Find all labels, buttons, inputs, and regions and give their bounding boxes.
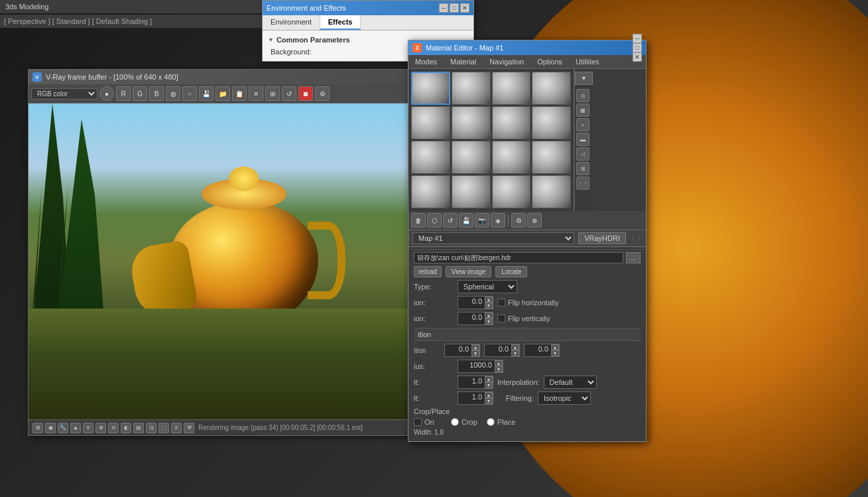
- place-radio[interactable]: [487, 418, 495, 426]
- channel-btn-b[interactable]: B: [149, 86, 164, 101]
- sphere-cell-1-2[interactable]: [492, 106, 531, 139]
- sidebar-icon-gradient[interactable]: ▦: [576, 104, 589, 117]
- fb-status-icon-8[interactable]: ◐: [121, 423, 131, 433]
- reload-btn[interactable]: reload: [414, 266, 442, 277]
- fb-stop-btn[interactable]: ⏹: [298, 86, 313, 101]
- fb-zoom-btn[interactable]: ⊞: [265, 86, 280, 101]
- sidebar-icon-checker[interactable]: ▪: [576, 118, 589, 131]
- sidebar-icon-layout[interactable]: ⊞: [576, 162, 589, 175]
- place-radio-label[interactable]: Place: [487, 418, 516, 426]
- mat-tool-pick[interactable]: ◈: [491, 213, 505, 228]
- sphere-cell-2-1[interactable]: [452, 141, 491, 174]
- mat-editor-minimize-btn[interactable]: ─: [633, 34, 642, 43]
- pos-y-down[interactable]: ▼: [511, 350, 519, 356]
- mat-tool-delete[interactable]: 🗑: [411, 213, 426, 228]
- fb-open-btn[interactable]: 📁: [216, 86, 230, 101]
- sphere-cell-3-0[interactable]: [411, 175, 450, 208]
- mat-tool-camera[interactable]: 📷: [475, 213, 489, 228]
- default1-up[interactable]: ▲: [485, 376, 493, 382]
- default1-down[interactable]: ▼: [485, 382, 493, 388]
- map-name-select[interactable]: Map #1: [412, 232, 574, 244]
- fb-status-icon-1[interactable]: ⊞: [32, 423, 43, 433]
- sphere-cell-0-3[interactable]: [532, 72, 571, 105]
- sphere-cell-1-0[interactable]: [411, 106, 450, 139]
- menu-modes[interactable]: Modes: [408, 55, 444, 68]
- channel-btn-gray[interactable]: ○: [182, 86, 197, 101]
- mat-tool-options[interactable]: ⚙: [511, 213, 526, 228]
- fb-status-icon-5[interactable]: ≡: [83, 423, 93, 433]
- fb-status-icon-12[interactable]: ⧖: [171, 423, 182, 433]
- flip-h-checkbox[interactable]: [497, 299, 505, 307]
- sidebar-icon-backlight[interactable]: ⊙: [576, 89, 589, 102]
- sidebar-icon-bg[interactable]: ▬: [576, 133, 589, 146]
- fb-status-icon-9[interactable]: ▤: [133, 423, 144, 433]
- pos-x-down[interactable]: ▼: [471, 350, 479, 356]
- radius-up[interactable]: ▲: [495, 360, 503, 366]
- sphere-cell-1-3[interactable]: [532, 106, 571, 139]
- sidebar-icon-options[interactable]: ⋮⋮: [576, 177, 589, 190]
- fb-status-icon-7[interactable]: ⊖: [108, 423, 119, 433]
- sphere-cell-2-3[interactable]: [532, 141, 571, 174]
- sphere-cell-3-2[interactable]: [492, 175, 531, 208]
- env-tab-environment[interactable]: Environment: [263, 15, 320, 30]
- mat-tool-reset[interactable]: ↺: [443, 213, 458, 228]
- fb-status-icon-4[interactable]: ▲: [70, 423, 81, 433]
- channel-btn-white[interactable]: ◍: [166, 86, 180, 101]
- sphere-cell-1-1[interactable]: [452, 106, 491, 139]
- vert-rot-down[interactable]: ▼: [485, 319, 493, 324]
- mat-editor-close-btn[interactable]: ✕: [633, 52, 642, 62]
- flip-h-label[interactable]: Flip horizontally: [497, 299, 558, 307]
- file-path-input[interactable]: [414, 252, 623, 263]
- file-browse-btn[interactable]: ...: [626, 252, 641, 263]
- channel-btn-g[interactable]: G: [133, 86, 147, 101]
- map-type-btn[interactable]: VRayHDRI: [578, 232, 626, 244]
- pos-y-up[interactable]: ▲: [511, 344, 519, 350]
- fb-clear-btn[interactable]: ✕: [249, 86, 263, 101]
- horiz-rot-up[interactable]: ▲: [485, 297, 493, 303]
- menu-options[interactable]: Options: [530, 55, 569, 68]
- fb-save-btn[interactable]: 💾: [199, 86, 214, 101]
- fb-status-icon-13[interactable]: ⚒: [184, 423, 194, 433]
- sphere-cell-3-3[interactable]: [532, 175, 571, 208]
- env-tab-effects[interactable]: Effects: [320, 15, 361, 30]
- pos-z-up[interactable]: ▲: [551, 344, 559, 350]
- color-mode-select[interactable]: RGB color: [31, 88, 97, 100]
- crop-on-checkbox[interactable]: [414, 418, 422, 426]
- fb-refresh-btn[interactable]: ↺: [282, 86, 296, 101]
- crop-radio-label[interactable]: Crop: [451, 418, 477, 426]
- default2-up[interactable]: ▲: [485, 392, 493, 398]
- fb-status-icon-11[interactable]: ⬚: [158, 423, 169, 433]
- flip-v-label[interactable]: Flip vertically: [497, 315, 550, 322]
- fb-status-icon-2[interactable]: ◉: [45, 423, 56, 433]
- sphere-scroll-down-btn[interactable]: ▼: [575, 72, 593, 85]
- sidebar-icon-prev[interactable]: ◁: [576, 147, 589, 161]
- env-effects-maximize-btn[interactable]: □: [450, 3, 459, 13]
- menu-navigation[interactable]: Navigation: [483, 55, 530, 68]
- crop-radio[interactable]: [451, 418, 459, 426]
- sphere-cell-2-0[interactable]: [411, 141, 450, 174]
- env-effects-close-btn[interactable]: ✕: [460, 3, 469, 13]
- env-effects-minimize-btn[interactable]: ─: [439, 3, 448, 13]
- type-select[interactable]: Spherical: [458, 280, 517, 293]
- flip-v-checkbox[interactable]: [497, 315, 505, 322]
- menu-material[interactable]: Material: [444, 55, 483, 68]
- horiz-rot-down[interactable]: ▼: [485, 303, 493, 309]
- interpolation-select[interactable]: Default: [544, 376, 597, 389]
- fb-settings-btn[interactable]: ⚙: [315, 86, 330, 101]
- sphere-cell-0-0[interactable]: [411, 72, 450, 105]
- sphere-cell-2-2[interactable]: [492, 141, 531, 174]
- locate-btn[interactable]: Locate: [495, 266, 527, 277]
- mat-tool-save[interactable]: 💾: [459, 213, 473, 228]
- fb-status-icon-10[interactable]: ⊡: [146, 423, 156, 433]
- menu-utilities[interactable]: Utilities: [569, 55, 605, 68]
- fb-status-icon-3[interactable]: 🔧: [58, 423, 68, 433]
- view-image-btn[interactable]: View image: [446, 266, 492, 277]
- mat-editor-maximize-btn[interactable]: □: [633, 43, 642, 52]
- channel-btn-all[interactable]: ●: [99, 86, 114, 101]
- fb-status-icon-6[interactable]: ⊕: [95, 423, 106, 433]
- mat-tool-tree[interactable]: ⊕: [527, 213, 542, 228]
- sphere-cell-3-1[interactable]: [452, 175, 491, 208]
- crop-on-label[interactable]: On: [414, 418, 440, 426]
- mat-tool-assign[interactable]: ⬡: [427, 213, 442, 228]
- mat-more-btn[interactable]: ⋮⋮: [630, 235, 642, 242]
